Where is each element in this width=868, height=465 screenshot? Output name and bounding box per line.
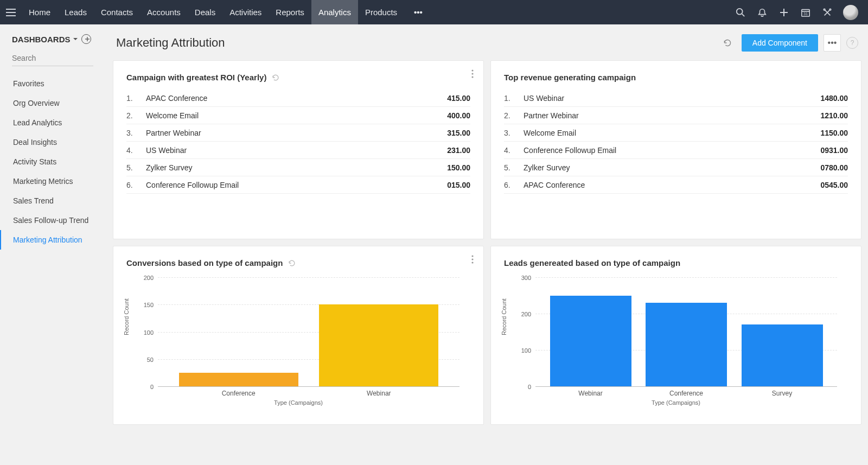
rank-index: 6. bbox=[504, 181, 524, 189]
main-header: Marketing Attribution Add Component ••• … bbox=[113, 34, 861, 60]
list-item: 3.Welcome Email1150.00 bbox=[504, 124, 848, 142]
y-axis-label: Record Count bbox=[501, 298, 507, 335]
x-axis-label: Type (Campaigns) bbox=[504, 399, 848, 406]
card-more-icon[interactable] bbox=[471, 69, 474, 78]
card-more-icon[interactable] bbox=[471, 255, 474, 264]
sidebar-item-sales-follow-up-trend[interactable]: Sales Follow-up Trend bbox=[0, 211, 108, 230]
add-component-button[interactable]: Add Component bbox=[742, 34, 818, 52]
x-tick-label: Survey bbox=[742, 390, 823, 397]
card-leads-title: Leads genereated based on type of campai… bbox=[504, 258, 680, 267]
search-icon[interactable] bbox=[735, 7, 746, 18]
sidebar-search-input[interactable] bbox=[12, 50, 93, 66]
x-tick-label: Webinar bbox=[319, 390, 438, 397]
nav-tabs: HomeLeadsContactsAccountsDealsActivities… bbox=[22, 0, 404, 24]
rank-index: 1. bbox=[504, 94, 524, 103]
help-icon[interactable]: ? bbox=[846, 37, 858, 49]
rank-value: 0931.00 bbox=[820, 146, 848, 155]
svg-point-10 bbox=[824, 9, 825, 10]
sidebar-item-deal-insights[interactable]: Deal Insights bbox=[0, 132, 108, 152]
revenue-list: 1.US Webinar1480.002.Partner Webinar1210… bbox=[504, 90, 848, 194]
x-tick-label: Conference bbox=[646, 390, 727, 397]
card-roi: Campaign with greatest ROI (Yearly) 1.AP… bbox=[113, 60, 484, 239]
rank-index: 2. bbox=[504, 111, 524, 120]
card-roi-title: Campaign with greatest ROI (Yearly) bbox=[126, 73, 266, 82]
card-refresh-icon[interactable] bbox=[288, 259, 296, 267]
bell-icon[interactable] bbox=[756, 7, 768, 18]
sidebar-item-org-overview[interactable]: Org Overview bbox=[0, 93, 108, 113]
plus-icon[interactable] bbox=[778, 7, 790, 18]
rank-name: US Webinar bbox=[524, 94, 820, 103]
calendar-icon[interactable]: 31 bbox=[800, 7, 812, 18]
y-tick-label: 100 bbox=[521, 347, 531, 354]
sidebar-heading-label: DASHBOARDS bbox=[12, 35, 71, 44]
nav-tab-activities[interactable]: Activities bbox=[222, 0, 269, 24]
rank-value: 015.00 bbox=[447, 181, 470, 189]
add-dashboard-button[interactable] bbox=[81, 34, 91, 44]
y-tick-label: 200 bbox=[521, 311, 531, 317]
card-conversions-title: Conversions based on type of campaign bbox=[126, 258, 283, 267]
main-panel: Marketing Attribution Add Component ••• … bbox=[108, 24, 868, 465]
list-item: 5.Zylker Survey150.00 bbox=[126, 159, 470, 176]
rank-index: 3. bbox=[126, 129, 146, 137]
rank-index: 5. bbox=[504, 163, 524, 172]
nav-tab-analytics[interactable]: Analytics bbox=[311, 0, 358, 24]
x-tick-label: Conference bbox=[179, 390, 298, 397]
rank-index: 4. bbox=[126, 146, 146, 155]
y-tick-label: 0 bbox=[150, 384, 154, 390]
sidebar-item-marketing-attribution[interactable]: Marketing Attribution bbox=[0, 230, 108, 250]
list-item: 4.US Webinar231.00 bbox=[126, 142, 470, 159]
card-revenue-title: Top revenue generating campaign bbox=[504, 73, 636, 82]
rank-value: 150.00 bbox=[447, 163, 470, 172]
nav-overflow-menu[interactable]: ••• bbox=[404, 8, 432, 17]
y-tick-label: 0 bbox=[528, 384, 531, 390]
sidebar-item-sales-trend[interactable]: Sales Trend bbox=[0, 191, 108, 211]
svg-point-11 bbox=[829, 9, 831, 10]
nav-tab-home[interactable]: Home bbox=[22, 0, 58, 24]
rank-name: Welcome Email bbox=[524, 129, 820, 137]
rank-value: 400.00 bbox=[447, 111, 470, 120]
svg-text:31: 31 bbox=[803, 11, 808, 16]
top-nav: HomeLeadsContactsAccountsDealsActivities… bbox=[0, 0, 868, 24]
page-refresh-icon[interactable] bbox=[719, 34, 736, 52]
sidebar-item-lead-analytics[interactable]: Lead Analytics bbox=[0, 113, 108, 132]
sidebar-heading: DASHBOARDS bbox=[0, 34, 108, 50]
sidebar-item-favorites[interactable]: Favorites bbox=[0, 74, 108, 93]
y-axis-label: Record Count bbox=[123, 298, 130, 335]
y-tick-label: 200 bbox=[144, 275, 154, 281]
list-item: 6.APAC Conference0545.00 bbox=[504, 176, 848, 194]
sidebar-item-activity-stats[interactable]: Activity Stats bbox=[0, 152, 108, 171]
y-tick-label: 50 bbox=[147, 356, 154, 363]
nav-tab-contacts[interactable]: Contacts bbox=[94, 0, 140, 24]
rank-index: 3. bbox=[504, 129, 524, 137]
sidebar-item-marketing-metrics[interactable]: Marketing Metrics bbox=[0, 171, 108, 191]
nav-tab-reports[interactable]: Reports bbox=[269, 0, 311, 24]
avatar[interactable] bbox=[843, 5, 858, 20]
nav-tab-accounts[interactable]: Accounts bbox=[140, 0, 188, 24]
nav-right-tools: 31 bbox=[735, 5, 868, 20]
rank-name: US Webinar bbox=[146, 146, 447, 155]
rank-value: 1150.00 bbox=[820, 129, 848, 137]
page-more-button[interactable]: ••• bbox=[824, 34, 841, 52]
rank-value: 315.00 bbox=[447, 129, 470, 137]
hamburger-icon[interactable] bbox=[0, 0, 22, 24]
nav-tab-deals[interactable]: Deals bbox=[188, 0, 222, 24]
rank-index: 5. bbox=[126, 163, 146, 172]
rank-value: 0780.00 bbox=[820, 163, 848, 172]
x-tick-label: Webinar bbox=[550, 390, 631, 397]
sidebar-list: FavoritesOrg OverviewLead AnalyticsDeal … bbox=[0, 74, 108, 250]
rank-name: Partner Webinar bbox=[524, 111, 820, 120]
list-item: 1.US Webinar1480.00 bbox=[504, 90, 848, 107]
bar-webinar: Webinar bbox=[550, 277, 631, 386]
rank-value: 0545.00 bbox=[820, 181, 848, 189]
card-leads: Leads genereated based on type of campai… bbox=[490, 246, 861, 425]
nav-tab-products[interactable]: Products bbox=[358, 0, 404, 24]
svg-point-16 bbox=[471, 76, 473, 78]
card-revenue: Top revenue generating campaign 1.US Web… bbox=[490, 60, 861, 239]
nav-tab-leads[interactable]: Leads bbox=[58, 0, 94, 24]
bar-survey: Survey bbox=[742, 277, 823, 386]
chevron-down-icon[interactable] bbox=[73, 36, 78, 42]
rank-name: Conference Followup Email bbox=[524, 146, 820, 155]
tools-icon[interactable] bbox=[821, 7, 833, 18]
rank-name: Zylker Survey bbox=[146, 163, 447, 172]
card-refresh-icon[interactable] bbox=[272, 74, 279, 81]
